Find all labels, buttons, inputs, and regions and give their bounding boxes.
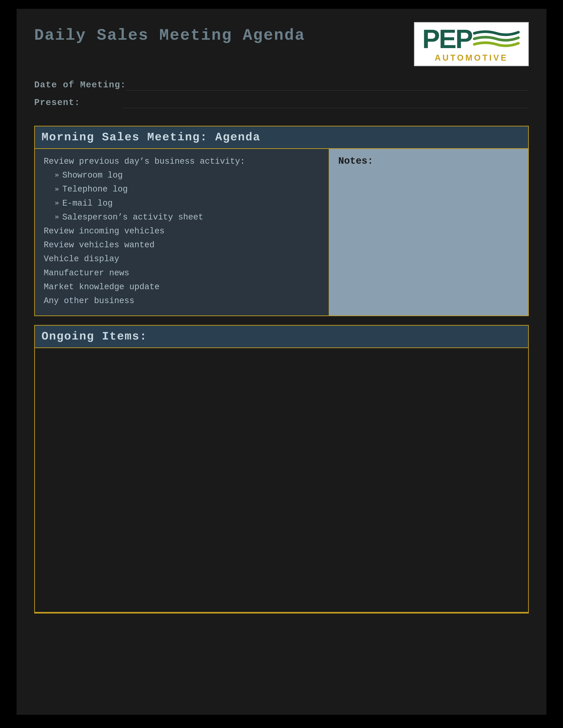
agenda-item-5: Review incoming vehicles bbox=[44, 225, 320, 237]
morning-sales-section: Morning Sales Meeting: Agenda Review pre… bbox=[34, 126, 529, 316]
header: Daily Sales Meeting Agenda PEP AUTOMOTIV… bbox=[34, 22, 529, 66]
present-label: Present: bbox=[34, 98, 122, 108]
agenda-item-6: Review vehicles wanted bbox=[44, 239, 320, 251]
date-row: Date of Meeting: bbox=[34, 79, 529, 90]
agenda-item-9: Market knowledge update bbox=[44, 281, 320, 293]
agenda-list: Review previous day’s business activity:… bbox=[35, 149, 330, 315]
page-title: Daily Sales Meeting Agenda bbox=[34, 26, 305, 45]
morning-section-body: Review previous day’s business activity:… bbox=[35, 149, 528, 315]
present-row: Present: bbox=[34, 97, 529, 108]
morning-section-title: Morning Sales Meeting: Agenda bbox=[41, 131, 260, 144]
bullet-icon: » bbox=[55, 198, 59, 208]
ongoing-body[interactable] bbox=[35, 348, 528, 613]
notes-panel: Notes: bbox=[330, 149, 528, 315]
ongoing-title: Ongoing Items: bbox=[41, 330, 147, 343]
bullet-icon: » bbox=[55, 170, 59, 180]
page: Daily Sales Meeting Agenda PEP AUTOMOTIV… bbox=[17, 9, 546, 715]
agenda-item-7: Vehicle display bbox=[44, 253, 320, 265]
agenda-item-4: » Salesperson’s activity sheet bbox=[44, 211, 320, 223]
ongoing-header: Ongoing Items: bbox=[35, 326, 528, 348]
bullet-icon: » bbox=[55, 184, 59, 194]
bullet-icon: » bbox=[55, 212, 59, 222]
logo-container: PEP AUTOMOTIVE bbox=[414, 22, 529, 66]
logo-pep-text: PEP bbox=[422, 26, 472, 52]
ongoing-section: Ongoing Items: bbox=[34, 325, 529, 614]
agenda-item-1: » Showroom log bbox=[44, 169, 320, 181]
agenda-item-8: Manufacturer news bbox=[44, 267, 320, 279]
present-value[interactable] bbox=[122, 97, 529, 108]
date-label: Date of Meeting: bbox=[34, 80, 126, 90]
agenda-item-3: » E-mail log bbox=[44, 197, 320, 209]
logo-pep-group: PEP bbox=[422, 26, 520, 52]
agenda-item-2: » Telephone log bbox=[44, 183, 320, 195]
notes-label: Notes: bbox=[338, 156, 519, 167]
logo-automotive-text: AUTOMOTIVE bbox=[435, 53, 508, 63]
morning-section-header: Morning Sales Meeting: Agenda bbox=[35, 126, 528, 149]
logo-waves-svg bbox=[472, 29, 521, 49]
date-value[interactable] bbox=[126, 79, 529, 90]
agenda-item-10: Any other business bbox=[44, 295, 320, 307]
agenda-item-0: Review previous day’s business activity: bbox=[44, 156, 320, 167]
fields-section: Date of Meeting: Present: bbox=[34, 79, 529, 108]
